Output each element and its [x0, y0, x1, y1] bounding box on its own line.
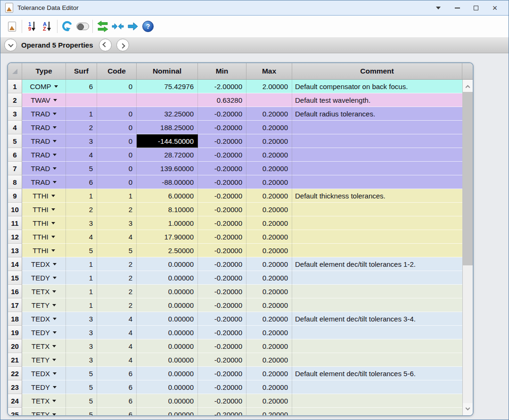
type-cell[interactable]: TEDY: [22, 326, 66, 339]
comment-cell[interactable]: [292, 353, 462, 367]
help-button[interactable]: ?: [140, 19, 156, 34]
code-cell[interactable]: 6: [97, 380, 137, 394]
min-cell[interactable]: -0.20000: [198, 326, 246, 339]
max-cell[interactable]: 0.20000: [246, 189, 292, 203]
row-number-cell[interactable]: 19: [8, 326, 22, 339]
comment-cell[interactable]: [292, 175, 462, 189]
max-cell[interactable]: 0.20000: [246, 353, 292, 367]
surf-cell[interactable]: 5: [66, 367, 97, 380]
code-cell[interactable]: 2: [97, 271, 137, 285]
previous-operand-button[interactable]: [99, 39, 112, 51]
comment-cell[interactable]: Default element dec/tilt tolerances 3-4.: [292, 312, 462, 326]
max-cell[interactable]: 0.20000: [246, 148, 292, 162]
code-cell[interactable]: 5: [97, 244, 137, 257]
row-number-cell[interactable]: 24: [8, 394, 22, 408]
comment-cell[interactable]: [292, 408, 462, 415]
nominal-cell[interactable]: 6.00000: [137, 189, 198, 203]
max-cell[interactable]: 0.20000: [246, 298, 292, 312]
max-cell[interactable]: 0.20000: [246, 339, 292, 353]
comment-cell[interactable]: [292, 394, 462, 408]
nominal-cell[interactable]: 0.00000: [137, 367, 198, 380]
code-cell[interactable]: 0: [97, 175, 137, 189]
type-cell[interactable]: TTHI: [22, 230, 66, 244]
surf-cell[interactable]: 5: [66, 162, 97, 175]
max-cell[interactable]: 0.20000: [246, 203, 292, 216]
max-cell[interactable]: [246, 93, 292, 107]
type-cell[interactable]: TETX: [22, 285, 66, 298]
row-number-cell[interactable]: 25: [8, 408, 22, 415]
min-cell[interactable]: -0.20000: [198, 121, 246, 134]
surf-cell[interactable]: 3: [66, 326, 97, 339]
nominal-cell[interactable]: 0.00000: [137, 394, 198, 408]
comment-cell[interactable]: [292, 203, 462, 216]
type-cell[interactable]: TTHI: [22, 244, 66, 257]
toggle-button[interactable]: [75, 19, 90, 34]
row-number-cell[interactable]: 13: [8, 244, 22, 257]
surf-cell[interactable]: 6: [66, 80, 97, 93]
surf-cell[interactable]: 6: [66, 175, 97, 189]
code-cell[interactable]: 6: [97, 367, 137, 380]
code-cell[interactable]: 4: [97, 326, 137, 339]
min-cell[interactable]: -0.20000: [198, 367, 246, 380]
type-cell[interactable]: TWAV: [22, 93, 66, 107]
min-cell[interactable]: -0.20000: [198, 394, 246, 408]
nominal-cell[interactable]: -88.00000: [137, 175, 198, 189]
comment-cell[interactable]: Default element dec/tilt tolerances 1-2.: [292, 257, 462, 271]
code-cell[interactable]: 4: [97, 353, 137, 367]
nominal-cell[interactable]: 8.10000: [137, 203, 198, 216]
comment-cell[interactable]: Default radius tolerances.: [292, 107, 462, 121]
next-operand-button[interactable]: [116, 39, 129, 51]
surf-cell[interactable]: 3: [66, 312, 97, 326]
min-cell[interactable]: -2.00000: [198, 80, 246, 93]
row-number-cell[interactable]: 7: [8, 162, 22, 175]
surf-cell[interactable]: 1: [66, 285, 97, 298]
type-cell[interactable]: TEDY: [22, 271, 66, 285]
row-number-cell[interactable]: 21: [8, 353, 22, 367]
row-number-cell[interactable]: 9: [8, 189, 22, 203]
row-number-cell[interactable]: 3: [8, 107, 22, 121]
min-cell[interactable]: -0.20000: [198, 353, 246, 367]
code-cell[interactable]: 2: [97, 298, 137, 312]
type-cell[interactable]: TRAD: [22, 148, 66, 162]
code-cell[interactable]: 4: [97, 339, 137, 353]
min-cell[interactable]: -0.20000: [198, 312, 246, 326]
max-cell[interactable]: 0.20000: [246, 326, 292, 339]
type-cell[interactable]: TETY: [22, 408, 66, 415]
code-cell[interactable]: 2: [97, 285, 137, 298]
comment-cell[interactable]: [292, 121, 462, 134]
nominal-cell[interactable]: 32.25000: [137, 107, 198, 121]
surf-cell[interactable]: 3: [66, 353, 97, 367]
forward-button[interactable]: [125, 19, 140, 34]
min-cell[interactable]: -0.20000: [198, 380, 246, 394]
min-cell[interactable]: -0.20000: [198, 339, 246, 353]
comment-cell[interactable]: [292, 380, 462, 394]
comment-cell[interactable]: [292, 162, 462, 175]
comment-cell[interactable]: [292, 339, 462, 353]
nominal-cell[interactable]: 0.00000: [137, 408, 198, 415]
code-cell[interactable]: 4: [97, 312, 137, 326]
nominal-cell[interactable]: 0.00000: [137, 257, 198, 271]
sort-numeric-button[interactable]: 19: [25, 19, 40, 34]
min-cell[interactable]: -0.20000: [198, 107, 246, 121]
min-cell[interactable]: -0.20000: [198, 189, 246, 203]
code-cell[interactable]: 3: [97, 216, 137, 230]
min-cell[interactable]: -0.20000: [198, 148, 246, 162]
surf-cell[interactable]: 5: [66, 394, 97, 408]
comment-cell[interactable]: Default compensator on back focus.: [292, 80, 462, 93]
max-cell[interactable]: 0.20000: [246, 312, 292, 326]
code-cell[interactable]: 6: [97, 408, 137, 415]
collapse-properties-button[interactable]: [4, 39, 17, 51]
row-number-cell[interactable]: 8: [8, 175, 22, 189]
row-number-cell[interactable]: 22: [8, 367, 22, 380]
comment-cell[interactable]: Default test wavelength.: [292, 93, 462, 107]
nominal-cell[interactable]: 0.00000: [137, 298, 198, 312]
type-cell[interactable]: TTHI: [22, 189, 66, 203]
min-cell[interactable]: -0.20000: [198, 175, 246, 189]
type-cell[interactable]: TRAD: [22, 175, 66, 189]
type-cell[interactable]: TEDX: [22, 312, 66, 326]
surf-cell[interactable]: 1: [66, 257, 97, 271]
max-cell[interactable]: 0.20000: [246, 257, 292, 271]
surf-cell[interactable]: 5: [66, 244, 97, 257]
report-button[interactable]: [4, 19, 19, 34]
surf-cell[interactable]: 2: [66, 121, 97, 134]
